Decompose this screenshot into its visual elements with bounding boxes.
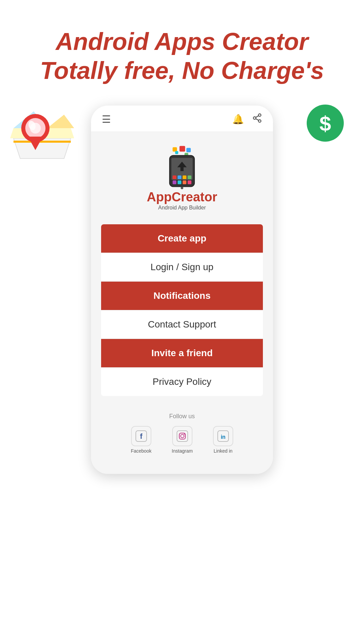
privacy-policy-button[interactable]: Privacy Policy <box>101 368 263 396</box>
social-icons: f Facebook Instagram <box>101 426 263 454</box>
logo-subtitle: Android App Builder <box>101 205 263 211</box>
menu-section: Create app Login / Sign up Notifications… <box>101 224 263 396</box>
logo-area: AppCreator Android App Builder <box>101 145 263 211</box>
dollar-decoration: $ <box>307 105 344 142</box>
contact-support-button[interactable]: Contact Support <box>101 310 263 339</box>
login-signup-button[interactable]: Login / Sign up <box>101 253 263 282</box>
map-pin-decoration <box>7 101 78 170</box>
instagram-icon <box>172 426 192 446</box>
facebook-label: Facebook <box>131 448 151 454</box>
instagram-label: Instagram <box>172 448 193 454</box>
svg-marker-6 <box>47 115 74 128</box>
header-line1: Android Apps Creator <box>13 27 351 56</box>
phone-topbar: ☰ 🔔 <box>91 106 273 132</box>
svg-point-33 <box>181 187 183 189</box>
app-logo-icon <box>162 145 202 189</box>
facebook-icon: f <box>131 426 151 446</box>
linkedin-icon: in <box>213 426 233 446</box>
svg-point-39 <box>184 433 185 434</box>
svg-rect-21 <box>175 151 178 154</box>
header-title: Android Apps Creator Totally free, No Ch… <box>13 27 351 85</box>
follow-section: Follow us f Facebook <box>101 406 263 464</box>
svg-text:f: f <box>140 432 143 440</box>
header-section: Android Apps Creator Totally free, No Ch… <box>0 0 364 99</box>
svg-rect-31 <box>183 180 186 184</box>
svg-text:in: in <box>221 434 225 440</box>
svg-rect-28 <box>188 175 191 179</box>
svg-rect-27 <box>183 175 186 179</box>
share-icon[interactable] <box>252 113 262 125</box>
bell-icon[interactable]: 🔔 <box>232 114 244 125</box>
svg-rect-18 <box>186 148 191 152</box>
svg-rect-19 <box>173 147 177 151</box>
svg-line-16 <box>256 116 259 117</box>
invite-friend-button[interactable]: Invite a friend <box>101 339 263 368</box>
logo-text: AppCreator <box>101 191 263 203</box>
hamburger-icon[interactable]: ☰ <box>102 113 111 125</box>
svg-rect-30 <box>178 180 181 184</box>
svg-rect-25 <box>173 175 176 179</box>
phone-content: AppCreator Android App Builder Create ap… <box>91 132 273 474</box>
topbar-icon-group: 🔔 <box>232 113 262 125</box>
linkedin-label: Linked in <box>214 448 233 454</box>
notifications-button[interactable]: Notifications <box>101 282 263 310</box>
header-line2: Totally free, No Charge's <box>13 56 351 85</box>
svg-rect-29 <box>173 180 176 184</box>
linkedin-social-item[interactable]: in Linked in <box>213 426 233 454</box>
logo-suffix: Creator <box>172 190 217 204</box>
svg-point-38 <box>181 434 184 438</box>
svg-line-15 <box>256 119 259 120</box>
facebook-social-item[interactable]: f Facebook <box>131 426 151 454</box>
logo-prefix: App <box>147 190 172 204</box>
create-app-button[interactable]: Create app <box>101 224 263 253</box>
svg-rect-36 <box>177 431 188 441</box>
follow-label: Follow us <box>101 413 263 420</box>
svg-rect-26 <box>178 175 181 179</box>
instagram-social-item[interactable]: Instagram <box>172 426 193 454</box>
svg-rect-17 <box>180 146 185 152</box>
svg-rect-32 <box>188 180 191 184</box>
phone-mockup: ☰ 🔔 <box>91 106 273 474</box>
